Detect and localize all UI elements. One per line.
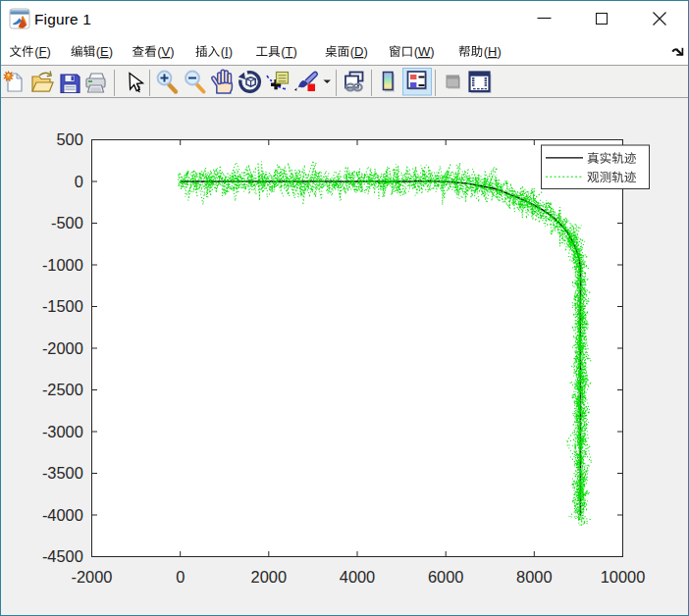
svg-text:-1000: -1000 xyxy=(42,256,83,274)
svg-text:0: 0 xyxy=(75,173,83,190)
svg-text:4000: 4000 xyxy=(340,568,375,586)
svg-text:-2500: -2500 xyxy=(42,381,83,398)
svg-text:-500: -500 xyxy=(51,214,83,231)
svg-text:0: 0 xyxy=(176,568,185,586)
svg-text:-2000: -2000 xyxy=(42,339,83,357)
svg-text:-2000: -2000 xyxy=(72,568,113,586)
svg-text:-4000: -4000 xyxy=(42,506,83,524)
svg-text:500: 500 xyxy=(56,130,82,148)
svg-text:6000: 6000 xyxy=(428,568,463,586)
svg-text:-4500: -4500 xyxy=(42,547,83,565)
svg-text:10000: 10000 xyxy=(601,568,646,586)
svg-text:2000: 2000 xyxy=(251,568,287,586)
svg-text:-3000: -3000 xyxy=(42,423,83,440)
svg-text:-3500: -3500 xyxy=(42,464,83,482)
svg-text:8000: 8000 xyxy=(516,568,552,586)
svg-text:-1500: -1500 xyxy=(42,297,83,315)
